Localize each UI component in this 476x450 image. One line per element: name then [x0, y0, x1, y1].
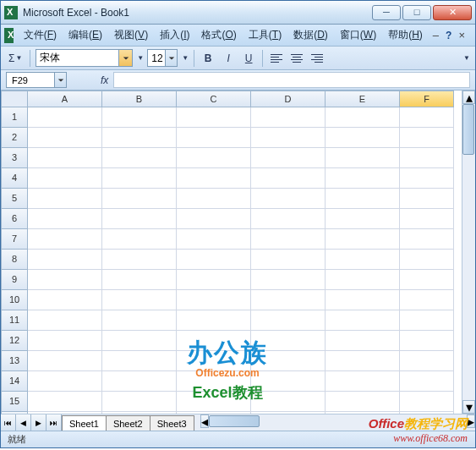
cell[interactable] — [251, 351, 326, 371]
cell[interactable] — [102, 168, 177, 189]
cell[interactable] — [251, 209, 326, 229]
cell[interactable] — [251, 189, 326, 209]
cell[interactable] — [177, 209, 251, 229]
cell[interactable] — [326, 250, 400, 270]
cell[interactable] — [251, 250, 326, 270]
cell[interactable] — [102, 148, 177, 168]
cell[interactable] — [400, 270, 454, 290]
cell[interactable] — [326, 270, 400, 290]
cell[interactable] — [326, 107, 400, 128]
cell[interactable] — [177, 310, 251, 331]
row-header-12[interactable]: 12 — [1, 331, 28, 351]
insert-function-button[interactable]: fx — [101, 74, 108, 86]
cell[interactable] — [28, 412, 102, 414]
cell[interactable] — [251, 148, 326, 168]
row-header-4[interactable]: 4 — [1, 168, 28, 189]
vertical-scrollbar[interactable]: ▴ ▾ — [462, 91, 475, 414]
cell[interactable] — [177, 189, 251, 209]
cell[interactable] — [177, 290, 251, 310]
row-header-5[interactable]: 5 — [1, 189, 28, 209]
cell[interactable] — [28, 351, 102, 371]
cell[interactable] — [400, 290, 454, 310]
cell[interactable] — [177, 229, 251, 250]
cell[interactable] — [251, 168, 326, 189]
align-left-button[interactable] — [268, 50, 285, 67]
title-bar[interactable]: Microsoft Excel - Book1 ─ □ ✕ — [1, 1, 475, 25]
cell[interactable] — [177, 270, 251, 290]
cell[interactable] — [326, 412, 400, 414]
cell[interactable] — [28, 107, 102, 128]
font-size-select[interactable]: 12 — [147, 49, 178, 67]
cell[interactable] — [28, 392, 102, 412]
cell[interactable] — [251, 371, 326, 392]
cell[interactable] — [102, 310, 177, 331]
dropdown-arrow-icon[interactable] — [118, 50, 132, 66]
cell[interactable] — [400, 107, 454, 128]
autosum-button[interactable]: Σ▼ — [6, 50, 25, 67]
cell[interactable] — [326, 128, 400, 148]
underline-button[interactable]: U — [240, 50, 257, 67]
row-header-16[interactable]: 16 — [1, 412, 28, 414]
menu-help[interactable]: 帮助(H) — [383, 26, 428, 44]
row-header-14[interactable]: 14 — [1, 371, 28, 392]
menu-view[interactable]: 视图(V) — [109, 26, 153, 44]
row-header-7[interactable]: 7 — [1, 229, 28, 250]
column-header-C[interactable]: C — [177, 91, 251, 107]
cell[interactable] — [102, 371, 177, 392]
cell[interactable] — [400, 310, 454, 331]
cell[interactable] — [102, 351, 177, 371]
sheet-tab-1[interactable]: Sheet1 — [62, 415, 107, 431]
cell[interactable] — [326, 148, 400, 168]
dropdown-arrow-icon[interactable] — [165, 50, 177, 66]
cell[interactable] — [400, 351, 454, 371]
scroll-thumb[interactable] — [462, 104, 474, 155]
cell[interactable] — [326, 229, 400, 250]
cell[interactable] — [177, 392, 251, 412]
cell[interactable] — [251, 290, 326, 310]
scroll-right-button[interactable]: ▸ — [467, 414, 475, 428]
menu-window[interactable]: 窗口(W) — [335, 26, 381, 44]
cell[interactable] — [102, 189, 177, 209]
cell[interactable] — [251, 229, 326, 250]
cell[interactable] — [326, 371, 400, 392]
align-right-button[interactable] — [309, 50, 326, 67]
cell[interactable] — [251, 392, 326, 412]
scroll-thumb[interactable] — [209, 415, 260, 427]
cell[interactable] — [102, 331, 177, 351]
cell[interactable] — [177, 168, 251, 189]
cell[interactable] — [251, 310, 326, 331]
cell[interactable] — [28, 168, 102, 189]
cell[interactable] — [177, 107, 251, 128]
cell[interactable] — [28, 310, 102, 331]
cell[interactable] — [326, 331, 400, 351]
size-more-icon[interactable]: ▼ — [182, 54, 189, 62]
cell[interactable] — [400, 392, 454, 412]
close-doc-button[interactable]: × — [455, 29, 468, 41]
cell[interactable] — [28, 209, 102, 229]
cell[interactable] — [251, 128, 326, 148]
row-header-15[interactable]: 15 — [1, 392, 28, 412]
column-header-F[interactable]: F — [400, 91, 454, 107]
row-header-2[interactable]: 2 — [1, 128, 28, 148]
font-name-select[interactable]: 宋体 — [36, 49, 133, 67]
scroll-left-button[interactable]: ◂ — [200, 414, 209, 428]
minimize-doc-button[interactable]: – — [429, 29, 442, 41]
row-header-1[interactable]: 1 — [1, 107, 28, 128]
cell[interactable] — [326, 392, 400, 412]
cell[interactable] — [400, 168, 454, 189]
horizontal-scrollbar[interactable]: ◂ ▸ — [200, 414, 475, 431]
cell[interactable] — [251, 412, 326, 414]
dropdown-arrow-icon[interactable] — [54, 73, 66, 87]
menu-edit[interactable]: 编辑(E) — [63, 26, 107, 44]
cell[interactable] — [102, 412, 177, 414]
cell[interactable] — [102, 229, 177, 250]
cell[interactable] — [251, 331, 326, 351]
scroll-up-button[interactable]: ▴ — [462, 91, 475, 104]
cell[interactable] — [251, 270, 326, 290]
cell[interactable] — [102, 392, 177, 412]
sheet-tab-3[interactable]: Sheet3 — [150, 415, 194, 431]
cell[interactable] — [326, 351, 400, 371]
cell[interactable] — [400, 412, 454, 414]
row-header-11[interactable]: 11 — [1, 310, 28, 331]
scroll-track[interactable] — [462, 104, 475, 400]
